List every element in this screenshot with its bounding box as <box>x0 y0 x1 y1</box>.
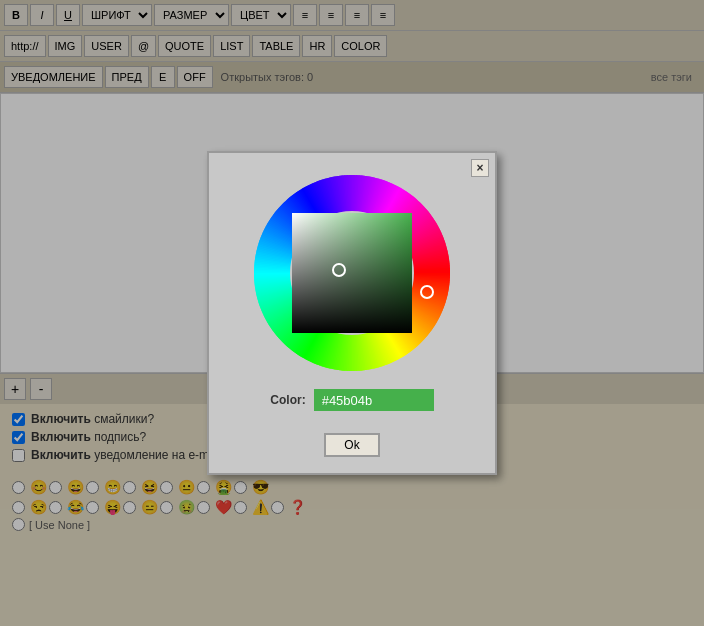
ok-btn-row: Ok <box>209 433 495 473</box>
modal-overlay[interactable]: × Color: #45b04b Ok <box>0 0 704 537</box>
modal-close-button[interactable]: × <box>471 159 489 177</box>
color-sq-cursor[interactable] <box>332 263 346 277</box>
hue-ring-cursor[interactable] <box>420 285 434 299</box>
color-picker-modal: × Color: #45b04b Ok <box>207 151 497 475</box>
color-wheel-container: Color: #45b04b <box>209 153 495 433</box>
color-wheel-wrapper[interactable] <box>252 173 452 373</box>
color-input-label: Color: <box>270 393 305 407</box>
color-value-input[interactable]: #45b04b <box>314 389 434 411</box>
color-input-row: Color: #45b04b <box>270 389 433 411</box>
ok-button[interactable]: Ok <box>324 433 379 457</box>
